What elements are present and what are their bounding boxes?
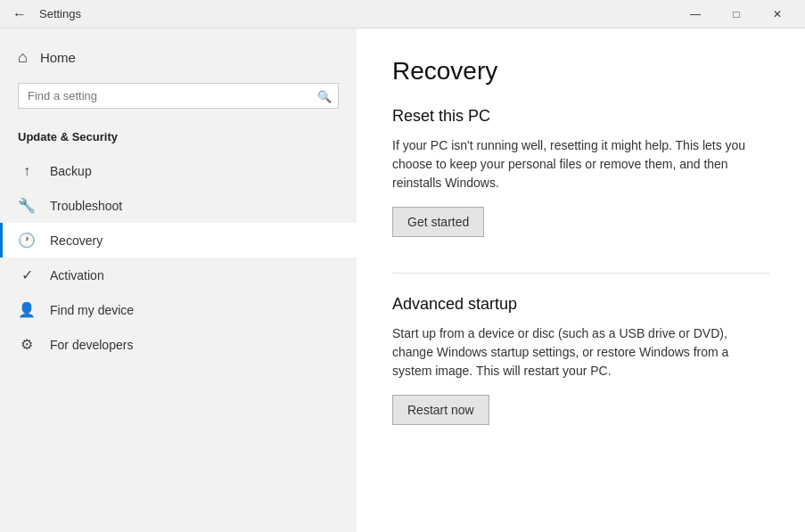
troubleshoot-icon: 🔧 xyxy=(18,197,36,214)
window-controls: — □ ✕ xyxy=(675,0,798,29)
sidebar-item-troubleshoot[interactable]: 🔧 Troubleshoot xyxy=(0,188,357,223)
search-icon: 🔍 xyxy=(317,89,332,102)
sidebar-section-title: Update & Security xyxy=(0,123,357,154)
app-body: ⌂ Home 🔍 Update & Security ↑ Backup 🔧 Tr… xyxy=(0,29,805,532)
window-title: Settings xyxy=(39,7,675,20)
sidebar-label-for-developers: For developers xyxy=(50,338,133,352)
back-icon: ← xyxy=(12,6,27,22)
section-desc-reset-pc: If your PC isn't running well, resetting… xyxy=(392,136,769,192)
recovery-icon: 🕐 xyxy=(18,232,36,249)
sidebar-item-backup[interactable]: ↑ Backup xyxy=(0,154,357,188)
sidebar-item-for-developers[interactable]: ⚙ For developers xyxy=(0,327,357,362)
activation-icon: ✓ xyxy=(18,266,36,283)
minimize-button[interactable]: — xyxy=(675,0,716,29)
sidebar-item-home[interactable]: ⌂ Home xyxy=(0,39,357,76)
title-bar: ← Settings — □ ✕ xyxy=(0,0,805,29)
search-input[interactable] xyxy=(18,83,339,109)
sidebar: ⌂ Home 🔍 Update & Security ↑ Backup 🔧 Tr… xyxy=(0,29,357,532)
sidebar-label-backup: Backup xyxy=(50,164,92,178)
section-divider xyxy=(392,273,769,274)
main-panel: Recovery Reset this PC If your PC isn't … xyxy=(357,29,805,532)
sidebar-label-troubleshoot: Troubleshoot xyxy=(50,199,122,213)
maximize-button[interactable]: □ xyxy=(716,0,757,29)
restart-now-button[interactable]: Restart now xyxy=(392,395,489,425)
section-title-advanced-startup: Advanced startup xyxy=(392,295,769,314)
section-title-reset-pc: Reset this PC xyxy=(392,107,769,126)
sidebar-item-recovery[interactable]: 🕐 Recovery xyxy=(0,223,357,258)
sidebar-label-recovery: Recovery xyxy=(50,233,103,248)
back-button[interactable]: ← xyxy=(7,2,32,27)
backup-icon: ↑ xyxy=(18,163,36,179)
get-started-button[interactable]: Get started xyxy=(392,207,484,237)
find-device-icon: 👤 xyxy=(18,301,36,318)
home-label: Home xyxy=(40,50,76,65)
developers-icon: ⚙ xyxy=(18,336,36,353)
home-icon: ⌂ xyxy=(18,48,28,67)
close-button[interactable]: ✕ xyxy=(757,0,798,29)
section-desc-advanced-startup: Start up from a device or disc (such as … xyxy=(392,324,769,381)
page-title: Recovery xyxy=(392,57,769,86)
search-container: 🔍 xyxy=(18,83,339,109)
sidebar-label-activation: Activation xyxy=(50,268,104,282)
sidebar-item-find-my-device[interactable]: 👤 Find my device xyxy=(0,292,357,327)
sidebar-label-find-my-device: Find my device xyxy=(50,303,134,317)
sidebar-item-activation[interactable]: ✓ Activation xyxy=(0,258,357,292)
